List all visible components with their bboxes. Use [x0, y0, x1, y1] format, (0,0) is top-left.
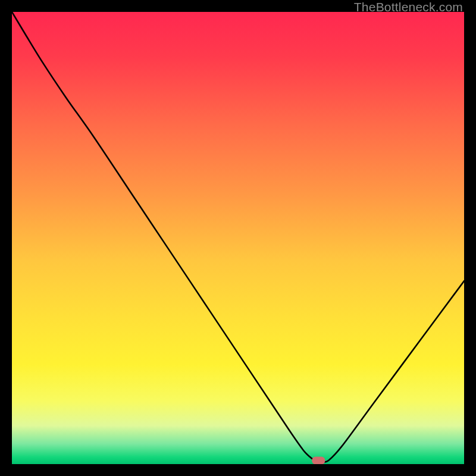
chart-frame [12, 12, 464, 464]
optimum-marker [312, 456, 325, 464]
gradient-background [12, 12, 464, 464]
watermark-text: TheBottleneck.com [354, 0, 463, 14]
chart-svg [12, 12, 464, 464]
